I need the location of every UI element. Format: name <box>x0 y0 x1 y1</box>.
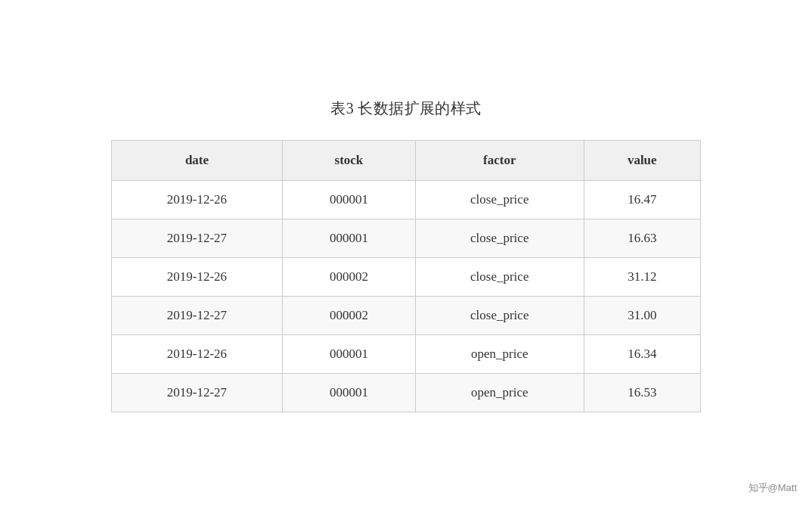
header-value: value <box>584 140 700 180</box>
table-row: 2019-12-27000002close_price31.00 <box>112 296 701 334</box>
cell-stock: 000001 <box>282 180 415 219</box>
table-wrapper: date stock factor value 2019-12-26000001… <box>111 140 701 412</box>
cell-factor: close_price <box>415 219 584 257</box>
cell-factor: open_price <box>415 334 584 373</box>
table-body: 2019-12-26000001close_price16.472019-12-… <box>112 180 701 412</box>
cell-date: 2019-12-26 <box>112 257 283 296</box>
table-row: 2019-12-26000001open_price16.34 <box>112 334 701 373</box>
page-title: 表3 长数据扩展的样式 <box>330 98 481 119</box>
cell-date: 2019-12-26 <box>112 180 283 219</box>
table-row: 2019-12-27000001close_price16.63 <box>112 219 701 257</box>
cell-date: 2019-12-27 <box>112 373 283 412</box>
watermark: 知乎@Matt <box>748 481 797 495</box>
cell-value: 16.34 <box>584 334 700 373</box>
cell-stock: 000001 <box>282 334 415 373</box>
header-factor: factor <box>415 140 584 180</box>
header-stock: stock <box>282 140 415 180</box>
cell-value: 31.00 <box>584 296 700 334</box>
cell-factor: close_price <box>415 296 584 334</box>
cell-value: 16.53 <box>584 373 700 412</box>
cell-date: 2019-12-27 <box>112 219 283 257</box>
cell-stock: 000001 <box>282 219 415 257</box>
table-row: 2019-12-26000002close_price31.12 <box>112 257 701 296</box>
data-table: date stock factor value 2019-12-26000001… <box>111 140 701 412</box>
cell-date: 2019-12-26 <box>112 334 283 373</box>
header-date: date <box>112 140 283 180</box>
cell-stock: 000002 <box>282 296 415 334</box>
cell-date: 2019-12-27 <box>112 296 283 334</box>
cell-stock: 000001 <box>282 373 415 412</box>
table-row: 2019-12-26000001close_price16.47 <box>112 180 701 219</box>
cell-factor: open_price <box>415 373 584 412</box>
cell-value: 16.47 <box>584 180 700 219</box>
cell-factor: close_price <box>415 257 584 296</box>
cell-value: 16.63 <box>584 219 700 257</box>
cell-stock: 000002 <box>282 257 415 296</box>
cell-factor: close_price <box>415 180 584 219</box>
cell-value: 31.12 <box>584 257 700 296</box>
table-row: 2019-12-27000001open_price16.53 <box>112 373 701 412</box>
table-header-row: date stock factor value <box>112 140 701 180</box>
